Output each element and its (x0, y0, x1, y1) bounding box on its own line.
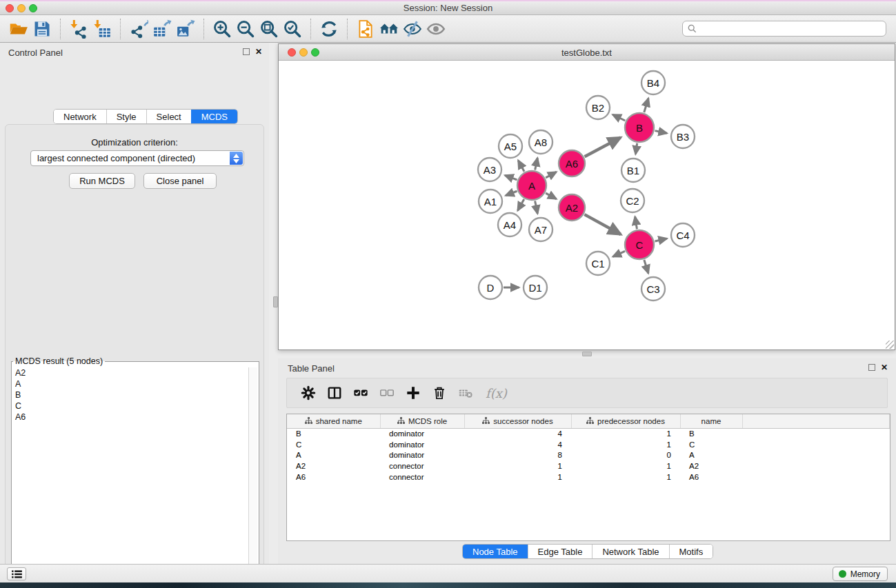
close-panel-action-button[interactable]: Close panel (143, 173, 217, 189)
graph-node-B4[interactable]: B4 (641, 71, 665, 94)
refresh-layout-icon[interactable] (317, 18, 341, 40)
zoom-out-icon[interactable] (234, 18, 257, 40)
result-scrollbar[interactable] (248, 367, 257, 586)
mcds-result-item[interactable]: A (13, 378, 248, 389)
graph-node-B1[interactable]: B1 (621, 159, 645, 182)
float-panel-button[interactable] (243, 48, 250, 55)
graph-edge-A6-B[interactable] (585, 137, 621, 156)
graph-edge-B-B2[interactable] (613, 114, 625, 121)
first-neighbors-icon[interactable] (377, 18, 401, 40)
graph-edge-A2-C[interactable] (584, 214, 621, 234)
column-header-predecessor-nodes[interactable]: predecessor nodes (571, 414, 680, 428)
graph-node-A3[interactable]: A3 (478, 158, 501, 181)
tab-mcds[interactable]: MCDS (191, 110, 237, 123)
graph-node-A[interactable]: A (517, 171, 546, 200)
graph-edge-A-A6[interactable] (546, 172, 556, 178)
export-network-icon[interactable] (127, 18, 150, 40)
graph-edge-A-A7[interactable] (535, 201, 538, 214)
graph-edge-C-C4[interactable] (655, 239, 667, 241)
search-field[interactable] (682, 21, 886, 37)
float-table-panel-button[interactable] (868, 364, 875, 371)
column-header-mcds-role[interactable]: MCDS role (380, 414, 464, 428)
graph-node-A8[interactable]: A8 (529, 130, 552, 154)
split-divider-handle-horizontal[interactable] (582, 352, 592, 356)
add-column-icon[interactable] (404, 384, 422, 402)
mcds-result-item[interactable]: B (13, 389, 248, 401)
graph-edge-B-B4[interactable] (644, 99, 648, 112)
column-view-icon[interactable] (326, 384, 344, 402)
delete-table-icon[interactable] (457, 384, 475, 402)
criterion-dropdown[interactable]: largest connected component (directed) (30, 150, 244, 166)
table-row[interactable]: Cdominator41C (287, 439, 890, 450)
graph-node-A5[interactable]: A5 (499, 134, 522, 158)
export-table-icon[interactable] (150, 18, 174, 40)
zoom-in-icon[interactable] (210, 18, 234, 40)
tab-network[interactable]: Network (54, 110, 106, 123)
table-row[interactable]: Adominator80A (287, 450, 890, 461)
graph-node-B2[interactable]: B2 (586, 96, 610, 119)
hide-details-icon[interactable] (401, 18, 424, 40)
deselect-all-checkboxes-icon[interactable] (378, 384, 396, 402)
close-table-panel-button[interactable]: ✕ (881, 363, 888, 372)
graph-node-B[interactable]: B (625, 113, 654, 142)
graph-node-D[interactable]: D (479, 276, 502, 299)
table-settings-gear-icon[interactable] (299, 384, 317, 402)
graph-edge-C-C1[interactable] (613, 251, 626, 256)
table-row[interactable]: Bdominator41B (287, 428, 890, 439)
table-row[interactable]: A6connector11A6 (287, 472, 890, 483)
mcds-result-item[interactable]: A2 (13, 367, 248, 378)
graph-edge-A-A5[interactable] (518, 161, 524, 172)
zoom-fit-icon[interactable] (257, 18, 281, 40)
graph-edge-C-C2[interactable] (635, 216, 637, 229)
tab-node-table[interactable]: Node Table (463, 545, 528, 558)
graph-node-B3[interactable]: B3 (671, 125, 695, 148)
graph-node-A4[interactable]: A4 (498, 213, 521, 236)
network-window-titlebar[interactable]: testGlobe.txt (279, 44, 895, 61)
graph-node-C2[interactable]: C2 (621, 189, 644, 212)
task-history-button[interactable] (7, 567, 26, 580)
network-graph[interactable]: B4B2BB3A8A5A6A3B1AA1C2A2A4A7C4CC1C3DD1 (279, 61, 895, 349)
graph-node-C1[interactable]: C1 (586, 252, 610, 275)
graph-edge-B-B3[interactable] (655, 131, 667, 134)
zoom-selected-icon[interactable] (281, 18, 304, 40)
show-details-icon[interactable] (424, 18, 448, 40)
graph-node-A2[interactable]: A2 (559, 194, 585, 221)
open-session-icon[interactable] (7, 18, 30, 40)
graph-edge-A-A2[interactable] (546, 193, 556, 199)
export-image-icon[interactable] (174, 18, 197, 40)
graph-node-C4[interactable]: C4 (671, 223, 695, 247)
graph-node-D1[interactable]: D1 (524, 276, 547, 299)
graph-node-C3[interactable]: C3 (641, 277, 665, 301)
split-divider-handle-vertical[interactable] (273, 296, 278, 307)
new-network-icon[interactable] (354, 18, 377, 40)
graph-edge-A-A8[interactable] (535, 158, 538, 170)
tab-edge-table[interactable]: Edge Table (528, 545, 593, 558)
graph-edge-A-A3[interactable] (505, 175, 517, 180)
run-mcds-button[interactable]: Run MCDS (69, 173, 135, 189)
graph-edge-B-B1[interactable] (635, 143, 637, 154)
mcds-result-item[interactable]: C (13, 401, 248, 412)
column-header-shared-name[interactable]: shared name (287, 414, 380, 428)
close-panel-button[interactable]: ✕ (255, 48, 262, 56)
column-header-name[interactable]: name (680, 414, 742, 428)
import-network-icon[interactable] (67, 18, 90, 40)
import-table-icon[interactable] (90, 18, 114, 40)
graph-node-C[interactable]: C (625, 230, 654, 259)
select-all-checkboxes-icon[interactable] (352, 384, 370, 402)
table-row[interactable]: A2connector11A2 (287, 460, 890, 472)
graph-edge-A-A1[interactable] (506, 191, 517, 195)
window-resize-grip[interactable] (886, 341, 894, 349)
tab-network-table[interactable]: Network Table (592, 545, 668, 558)
graph-node-A7[interactable]: A7 (529, 218, 552, 241)
graph-node-A6[interactable]: A6 (559, 150, 585, 176)
tab-motifs[interactable]: Motifs (669, 545, 713, 558)
graph-node-A1[interactable]: A1 (479, 190, 502, 213)
graph-edge-A-A4[interactable] (518, 199, 524, 210)
column-header-successor-nodes[interactable]: successor nodes (464, 414, 571, 428)
memory-button[interactable]: Memory (833, 567, 888, 581)
graph-edge-C-C3[interactable] (644, 260, 648, 274)
function-builder-icon[interactable]: f(x) (486, 386, 507, 401)
search-input[interactable] (700, 24, 881, 34)
save-session-icon[interactable] (30, 18, 54, 40)
tab-select[interactable]: Select (146, 110, 191, 123)
